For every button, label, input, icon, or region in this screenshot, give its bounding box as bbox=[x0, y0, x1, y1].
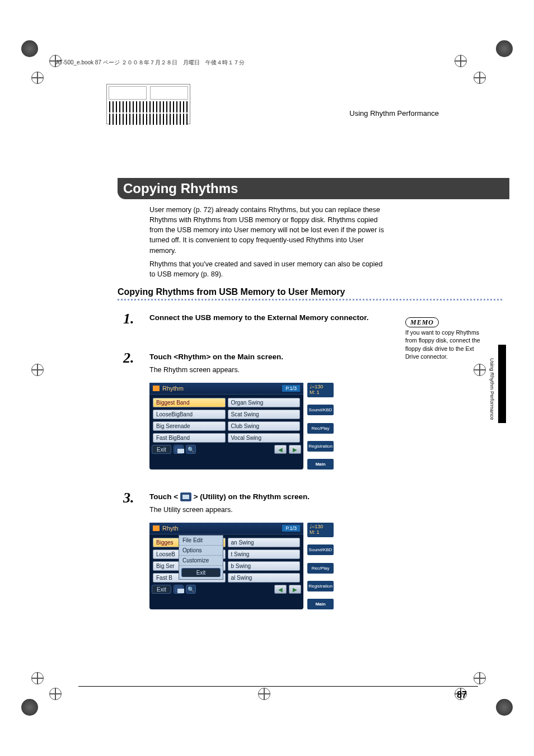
memo-text: If you want to copy Rhythms from floppy … bbox=[405, 328, 484, 360]
tempo-display: ♩=130M: 1 bbox=[307, 523, 334, 537]
intro-paragraph-1: User memory (p. 72) already contains Rhy… bbox=[149, 205, 390, 256]
page-next-button[interactable]: ▶ bbox=[289, 585, 301, 594]
utility-icon bbox=[180, 492, 191, 501]
rhythm-grid: Biggest Band Organ Swing LooseBigBand Sc… bbox=[149, 395, 303, 444]
section-title: Copying Rhythms bbox=[118, 178, 509, 199]
page-next-button[interactable]: ▶ bbox=[289, 445, 301, 454]
side-tab-rec[interactable]: Rec/Play bbox=[307, 563, 334, 574]
step-number-2: 2. bbox=[123, 350, 134, 367]
intro-paragraph-2: Rhythms that you've created and saved in… bbox=[149, 259, 390, 279]
footer-rule bbox=[78, 686, 478, 687]
side-tab-registration[interactable]: Registration bbox=[307, 441, 334, 452]
rhythm-cell[interactable]: an Swing bbox=[228, 538, 301, 547]
rhythm-cell[interactable]: b Swing bbox=[228, 561, 301, 571]
subsection-heading: Copying Rhythms from USB Memory to User … bbox=[118, 287, 345, 297]
step-2-text: Touch <Rhythm> on the Main screen. bbox=[149, 353, 385, 361]
step-3-text: Touch < > (Utility) on the Rhythm screen… bbox=[149, 492, 385, 501]
side-tab-main[interactable]: Main bbox=[307, 599, 334, 609]
page-prev-button[interactable]: ◀ bbox=[274, 445, 287, 454]
step-number-1: 1. bbox=[123, 311, 134, 327]
screen-title: Rhythm bbox=[162, 385, 184, 392]
dropdown-item-options[interactable]: Options bbox=[179, 546, 223, 556]
rhythm-cell[interactable]: Vocal Swing bbox=[228, 433, 301, 443]
rhythm-cell[interactable]: Big Serenade bbox=[153, 421, 226, 431]
utility-icon-button[interactable] bbox=[174, 585, 184, 594]
screen-page-indicator: P.1/3 bbox=[282, 525, 300, 532]
rhythm-cell[interactable]: Fast BigBand bbox=[153, 433, 226, 443]
step-2-subtext: The Rhythm screen appears. bbox=[149, 366, 385, 374]
search-icon-button[interactable]: 🔍 bbox=[186, 585, 196, 594]
rhythm-screen-1: Rhythm P.1/3 Biggest Band Organ Swing Lo… bbox=[149, 383, 303, 469]
side-tab-sound[interactable]: Sound/KBD bbox=[307, 405, 334, 415]
side-tab-rec[interactable]: Rec/Play bbox=[307, 423, 334, 434]
memo-sidebar: MEMO If you want to copy Rhythms from fl… bbox=[405, 317, 484, 360]
rhythm-cell[interactable]: Organ Swing bbox=[228, 398, 301, 407]
search-icon-button[interactable]: 🔍 bbox=[186, 445, 196, 454]
tempo-display: ♩=130M: 1 bbox=[307, 383, 334, 397]
step-number-3: 3. bbox=[123, 490, 134, 506]
page-number: 87 bbox=[457, 690, 467, 700]
step-3-subtext: The Utility screen appears. bbox=[149, 506, 385, 514]
page-prev-button[interactable]: ◀ bbox=[274, 585, 287, 594]
screen-icon bbox=[153, 525, 160, 531]
rhythm-cell[interactable]: Biggest Band bbox=[153, 398, 226, 407]
dropdown-item-file-edit[interactable]: File Edit bbox=[179, 536, 223, 546]
rhythm-cell[interactable]: Club Swing bbox=[228, 421, 301, 431]
screen-page-indicator: P.1/3 bbox=[282, 385, 300, 392]
rhythm-cell[interactable]: Scat Swing bbox=[228, 410, 301, 419]
thumb-index-bar bbox=[498, 345, 506, 423]
utility-icon-button[interactable] bbox=[174, 445, 184, 454]
rhythm-cell[interactable]: t Swing bbox=[228, 550, 301, 559]
memo-label: MEMO bbox=[405, 317, 439, 327]
rhythm-grid: Bigges an Swing LooseB t Swing Big Ser b… bbox=[149, 534, 303, 584]
exit-button[interactable]: Exit bbox=[152, 585, 171, 594]
screen-icon bbox=[153, 386, 160, 391]
dropdown-exit-button[interactable]: Exit bbox=[181, 568, 221, 577]
heading-rule bbox=[118, 299, 503, 300]
side-tab-sound[interactable]: Sound/KBD bbox=[307, 544, 334, 555]
dropdown-item-customize[interactable]: Customize bbox=[179, 556, 223, 566]
utility-dropdown: File Edit Options Customize Exit bbox=[179, 535, 223, 580]
exit-button[interactable]: Exit bbox=[152, 445, 171, 454]
side-tab-main[interactable]: Main bbox=[307, 459, 334, 469]
screen-title: Rhyth bbox=[162, 525, 179, 532]
rhythm-screen-2: Rhyth P.1/3 Bigges an Swing LooseB t Swi… bbox=[149, 523, 303, 609]
rhythm-cell[interactable]: LooseBigBand bbox=[153, 410, 226, 419]
step-1-text: Connect the USB memory to the External M… bbox=[149, 313, 385, 322]
side-tab-registration[interactable]: Registration bbox=[307, 581, 334, 591]
rhythm-cell[interactable]: al Swing bbox=[228, 573, 301, 583]
side-running-text: Using Rhythm Performance bbox=[489, 358, 495, 420]
